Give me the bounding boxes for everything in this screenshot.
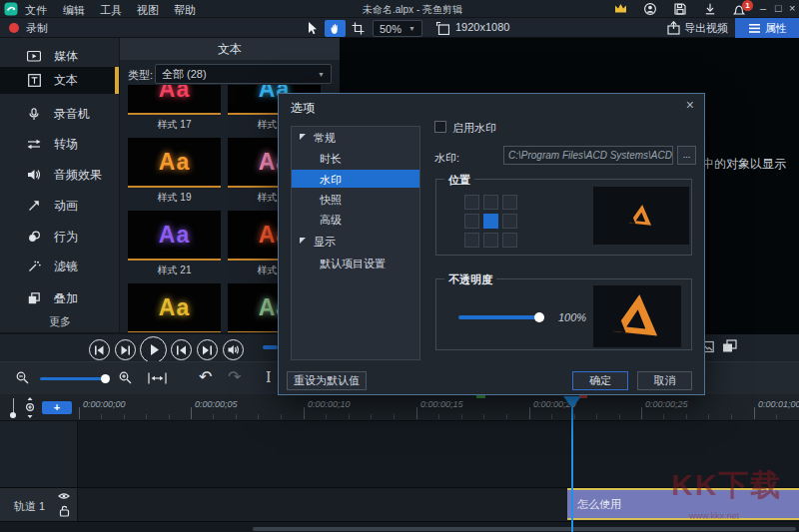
razor-tool[interactable]: I <box>266 369 272 385</box>
hand-tool-button[interactable] <box>325 20 346 37</box>
properties-button[interactable]: 属性 <box>735 18 799 38</box>
ruler-tick <box>326 414 327 419</box>
timeline-ruler[interactable]: + 0:00:00;000:00:00;050:00:00;100:00:00;… <box>0 394 799 421</box>
fit-timeline-icon[interactable] <box>148 372 167 384</box>
sidebar-item-transitions[interactable]: 转场 <box>0 130 120 158</box>
position-cell[interactable] <box>464 214 479 229</box>
crop-icon[interactable] <box>352 22 365 35</box>
ruler-tick <box>461 414 462 419</box>
ruler-tick <box>394 414 395 419</box>
volume-button[interactable] <box>223 339 244 360</box>
skip-to-end-button[interactable] <box>197 339 218 360</box>
menu-help[interactable]: 帮助 <box>174 3 196 18</box>
track-visibility-toggle[interactable] <box>58 491 70 501</box>
reset-defaults-button[interactable]: 重设为默认值 <box>287 371 367 390</box>
minimize-button[interactable]: – <box>760 2 766 14</box>
opacity-slider[interactable] <box>458 315 542 319</box>
sidebar-item-label: 叠加 <box>54 290 78 307</box>
tree-expand-icon[interactable] <box>300 238 306 244</box>
sidebar-item-overlay[interactable]: 叠加 <box>0 284 120 312</box>
previous-frame-button[interactable] <box>89 339 110 360</box>
pointer-tool-icon[interactable] <box>308 22 318 35</box>
position-cell[interactable] <box>464 233 479 248</box>
sidebar-more-button[interactable]: 更多 <box>0 314 120 329</box>
text-style-tile[interactable]: Aa样式 21 <box>128 211 221 274</box>
opacity-slider-knob[interactable] <box>534 312 544 322</box>
tree-expand-icon[interactable] <box>300 134 306 140</box>
maximize-button[interactable]: □ <box>775 2 782 14</box>
close-button[interactable]: × <box>789 2 795 14</box>
text-style-tile[interactable]: Aa样式 19 <box>128 138 221 202</box>
browse-button[interactable]: ... <box>677 146 696 165</box>
redo-button[interactable]: ↷ <box>228 369 241 385</box>
track-lock-toggle[interactable] <box>59 505 70 517</box>
tree-item-display[interactable]: 显示 <box>314 235 336 250</box>
tree-item-default-project-settings[interactable]: 默认项目设置 <box>320 257 386 271</box>
export-icon[interactable] <box>667 21 680 35</box>
text-style-tile[interactable]: Aa样式 17 <box>128 85 221 129</box>
record-label[interactable]: 录制 <box>26 21 48 36</box>
marker-tool-dot <box>10 412 16 418</box>
menu-file[interactable]: 文件 <box>25 3 47 18</box>
resolution-icon[interactable] <box>436 22 449 35</box>
sidebar-item-audio-effects[interactable]: 音频效果 <box>0 161 120 189</box>
sidebar-item-text[interactable]: 文本 <box>0 67 120 94</box>
position-cell[interactable] <box>502 195 517 210</box>
download-icon[interactable] <box>704 3 716 15</box>
save-icon[interactable] <box>674 3 686 15</box>
play-button[interactable] <box>140 336 167 363</box>
timeline-zoom-slider-knob[interactable] <box>101 374 110 383</box>
tree-item-duration[interactable]: 时长 <box>320 152 342 167</box>
skip-to-start-button[interactable] <box>171 339 192 360</box>
watermark-path-input[interactable]: C:\Program Files\ACD Systems\ACDSee Lux <box>503 146 673 165</box>
position-cell[interactable] <box>502 233 517 248</box>
zoom-in-icon[interactable] <box>119 371 132 384</box>
dialog-close-button[interactable]: × <box>686 97 694 113</box>
position-cell[interactable] <box>502 214 517 229</box>
menu-edit[interactable]: 编辑 <box>63 3 85 18</box>
undo-button[interactable]: ↶ <box>199 369 212 385</box>
position-cell[interactable] <box>483 195 498 210</box>
sidebar-item-behavior[interactable]: 行为 <box>0 223 120 251</box>
next-frame-button[interactable] <box>115 339 136 360</box>
tree-item-general[interactable]: 常规 <box>314 131 336 146</box>
tree-item-watermark-selected[interactable]: 水印 <box>292 170 419 188</box>
crown-icon[interactable] <box>614 3 627 14</box>
enable-watermark-label: 启用水印 <box>452 121 496 136</box>
ruler-tick <box>506 414 507 419</box>
sidebar-item-filters[interactable]: 滤镜 <box>0 253 120 280</box>
zoom-out-icon[interactable] <box>16 371 29 384</box>
position-cell[interactable] <box>464 195 479 210</box>
sidebar-item-animation[interactable]: 动画 <box>0 192 120 220</box>
type-select[interactable]: 全部 (28) ▼ <box>155 64 332 84</box>
preview-hint-text: 中的对象以显示 <box>702 156 786 173</box>
timeline-zoom-slider[interactable] <box>40 377 106 380</box>
duplicate-preview-icon[interactable] <box>722 339 737 353</box>
toolbar: 录制 50% ▼ 1920x1080 导出视频 属性 <box>0 18 799 38</box>
unlock-icon <box>59 505 70 517</box>
tree-item-snapshot[interactable]: 快照 <box>320 193 342 208</box>
seek-bar[interactable] <box>263 345 278 349</box>
position-cell[interactable] <box>483 233 498 248</box>
horizontal-scrollbar[interactable] <box>253 527 796 531</box>
add-track-button[interactable]: + <box>42 401 72 414</box>
zoom-level-select[interactable]: 50% ▼ <box>373 20 422 37</box>
text-style-tile[interactable]: Aa <box>128 283 221 332</box>
menu-bar: 文件 编辑 工具 视图 帮助 未命名.alpx - 亮鱼剪辑 1 – □ × <box>0 0 799 18</box>
zoom-level-value: 50% <box>380 23 401 35</box>
enable-watermark-checkbox[interactable] <box>434 121 446 133</box>
tree-item-advanced[interactable]: 高级 <box>320 213 342 228</box>
export-video-button[interactable]: 导出视频 <box>684 21 728 36</box>
vertical-zoom-icon[interactable] <box>24 397 36 418</box>
account-icon[interactable] <box>644 3 656 15</box>
sidebar-item-media[interactable]: 媒体 <box>0 42 120 70</box>
speaker-icon <box>26 169 42 181</box>
watermark-position-grid <box>464 195 517 248</box>
cancel-button[interactable]: 取消 <box>637 371 692 390</box>
menu-view[interactable]: 视图 <box>137 3 159 18</box>
sidebar-item-recorder[interactable]: 录音机 <box>0 100 120 128</box>
position-cell-selected[interactable] <box>483 214 498 229</box>
record-icon[interactable] <box>9 23 19 33</box>
ok-button[interactable]: 确定 <box>572 371 628 390</box>
menu-tools[interactable]: 工具 <box>100 3 122 18</box>
